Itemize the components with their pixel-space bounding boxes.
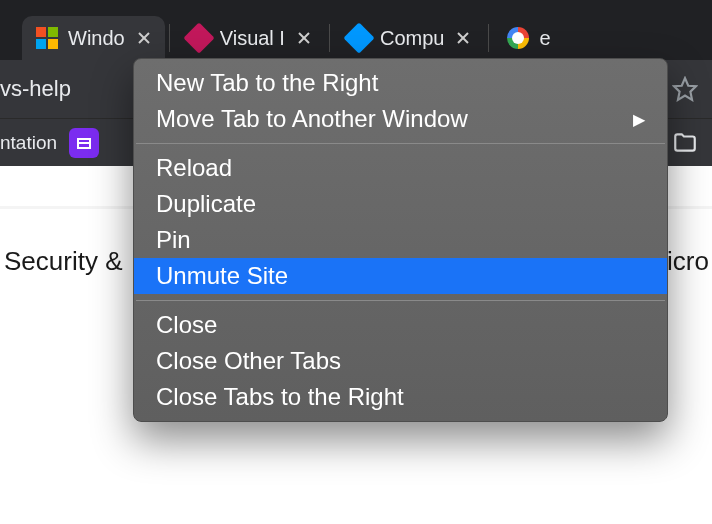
windows-logo-icon: [36, 27, 58, 49]
menu-item-close[interactable]: Close: [134, 307, 667, 343]
tab-separator: [488, 24, 489, 52]
menu-separator: [136, 300, 665, 301]
tab-context-menu: New Tab to the Right Move Tab to Another…: [133, 58, 668, 422]
menu-item-move-tab[interactable]: Move Tab to Another Window ▶: [134, 101, 667, 137]
close-tab-icon[interactable]: [295, 29, 313, 47]
menu-item-reload[interactable]: Reload: [134, 150, 667, 186]
menu-item-unmute-site[interactable]: Unmute Site: [134, 258, 667, 294]
bookmark-item[interactable]: ntation: [0, 132, 57, 154]
bookmark-tile-icon[interactable]: [69, 128, 99, 158]
close-tab-icon[interactable]: [454, 29, 472, 47]
app-icon: [348, 27, 370, 49]
menu-item-duplicate[interactable]: Duplicate: [134, 186, 667, 222]
tab-title: e: [539, 27, 550, 50]
google-icon: [507, 27, 529, 49]
browser-tab[interactable]: Compu: [334, 16, 484, 60]
tab-separator: [169, 24, 170, 52]
menu-item-pin[interactable]: Pin: [134, 222, 667, 258]
submenu-arrow-icon: ▶: [633, 110, 645, 129]
browser-tab[interactable]: e: [493, 16, 550, 60]
menu-item-new-tab-right[interactable]: New Tab to the Right: [134, 65, 667, 101]
tab-separator: [329, 24, 330, 52]
menu-separator: [136, 143, 665, 144]
browser-tab-active[interactable]: Windo: [22, 16, 165, 60]
menu-item-close-right[interactable]: Close Tabs to the Right: [134, 379, 667, 415]
browser-tab[interactable]: Visual I: [174, 16, 325, 60]
vscode-icon: [188, 27, 210, 49]
tab-strip: Windo Visual I Compu e: [0, 0, 712, 60]
close-tab-icon[interactable]: [135, 29, 153, 47]
page-heading: Security &: [4, 246, 123, 276]
tab-title: Compu: [380, 27, 444, 50]
svg-marker-6: [674, 78, 696, 100]
page-heading-right: icro: [667, 246, 709, 276]
tab-title: Visual I: [220, 27, 285, 50]
menu-item-close-other[interactable]: Close Other Tabs: [134, 343, 667, 379]
bookmark-star-icon[interactable]: [668, 72, 702, 106]
tab-title: Windo: [68, 27, 125, 50]
other-bookmarks-folder-icon[interactable]: [670, 128, 700, 158]
